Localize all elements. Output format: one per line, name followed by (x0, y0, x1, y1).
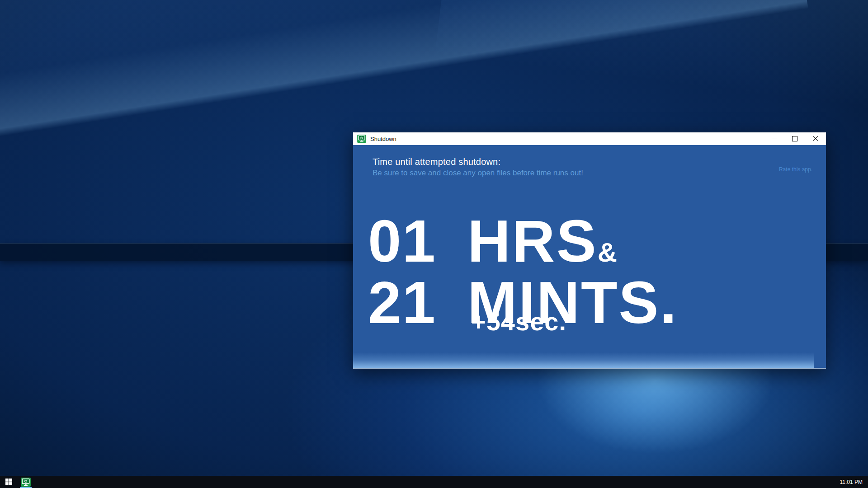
wallpaper-light-blade-2 (432, 0, 868, 141)
shutdown-app-icon (21, 478, 31, 487)
maximize-button[interactable] (784, 132, 805, 145)
hours-value: 01 (368, 216, 467, 266)
windows-logo-icon (5, 479, 12, 485)
minimize-button[interactable] (764, 132, 784, 145)
maximize-icon (792, 136, 797, 141)
countdown-hours-line: 01HRS& (368, 216, 678, 277)
minutes-value: 21 (368, 277, 467, 328)
countdown-header: Time until attempted shutdown: Be sure t… (373, 157, 826, 178)
window-body: Time until attempted shutdown: Be sure t… (353, 145, 826, 368)
shutdown-progress-bar (353, 352, 826, 368)
close-icon (813, 136, 818, 141)
shutdown-window: Shutdown Time until attempted shutdown: … (353, 132, 826, 369)
rate-this-app-link[interactable]: Rate this app. (779, 166, 812, 173)
countdown-display: 01HRS& 21MINTS. +54sec. (368, 216, 678, 328)
hours-unit: HRS (467, 208, 598, 274)
taskbar: 11:01 PM (0, 476, 868, 488)
shutdown-progress-fill (353, 352, 814, 368)
window-controls (764, 132, 826, 145)
header-subtitle: Be sure to save and close any open files… (373, 169, 826, 178)
taskbar-shutdown-app-button[interactable] (17, 476, 34, 488)
minimize-icon (772, 139, 777, 139)
window-titlebar[interactable]: Shutdown (353, 132, 826, 145)
seconds-value: +54sec. (471, 309, 566, 334)
close-button[interactable] (805, 132, 826, 145)
taskbar-clock[interactable]: 11:01 PM (840, 479, 868, 485)
start-button[interactable] (0, 476, 17, 488)
shutdown-app-icon (357, 135, 366, 143)
ampersand: & (598, 237, 617, 267)
header-title: Time until attempted shutdown: (373, 157, 826, 167)
window-title: Shutdown (370, 136, 396, 142)
